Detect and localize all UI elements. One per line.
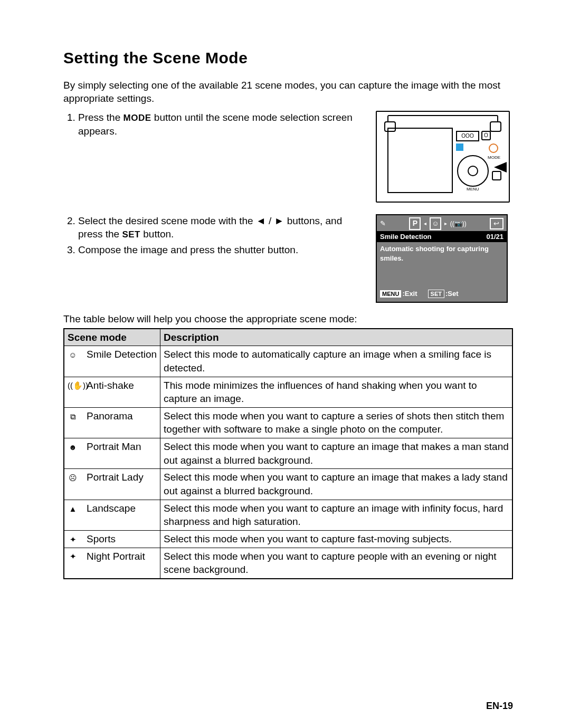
scene-mode-icon: ⧉ [68, 411, 78, 422]
scene-mode-icon: ☺ [68, 350, 78, 360]
camera-side-button-icon [492, 171, 501, 180]
dpad-icon [457, 155, 489, 187]
lcd-menu-button: MENU [380, 290, 401, 298]
camera-diagram: OOO O MODE MENU [376, 111, 510, 203]
scene-mode-description: Select this mode when you want to captur… [160, 530, 512, 548]
scene-mode-name: Night Portrait [83, 548, 160, 579]
scene-mode-icon: ((✋)) [68, 380, 78, 391]
col-scene-mode: Scene mode [64, 329, 160, 346]
anti-shake-icon: ((📷)) [450, 219, 467, 228]
step-2-text-a: Select the desired scene mode with the [78, 215, 256, 226]
camera-menu-label: MENU [467, 187, 479, 193]
step-1-block: Press the MODE button until the scene mo… [63, 111, 513, 212]
scene-mode-icon: ▲ [68, 504, 78, 514]
scene-mode-name: Anti-shake [83, 377, 160, 407]
leaf-icon: ✎ [380, 219, 386, 228]
return-icon: ↩ [490, 218, 504, 229]
step-2-text-c: button. [140, 228, 174, 240]
scene-mode-name: Landscape [83, 500, 160, 530]
lcd-mode-counter: 01/21 [486, 232, 504, 242]
scene-mode-icon-cell: ☹ [64, 469, 83, 500]
step-1-text-a: Press the [78, 112, 124, 123]
table-row: ☺Smile DetectionSelect this mode to auto… [64, 346, 512, 377]
scene-mode-icon: ✦ [68, 551, 78, 562]
table-row: ✦Night PortraitSelect this mode when you… [64, 548, 512, 579]
scene-mode-icon-cell: ((✋)) [64, 377, 83, 407]
scene-mode-name: Panorama [83, 407, 160, 438]
lcd-set-button: SET [428, 290, 444, 298]
scene-mode-table: Scene mode Description ☺Smile DetectionS… [63, 328, 513, 579]
scene-mode-name: Sports [83, 530, 160, 548]
scene-mode-description: This mode minimizes the influences of ha… [160, 377, 512, 407]
lcd-menu-label: :Exit [402, 290, 417, 298]
scene-mode-icon-cell: ✦ [64, 548, 83, 579]
orange-circle-icon [489, 143, 498, 153]
col-description: Description [160, 329, 512, 346]
scene-mode-description: Select this mode when you want to captur… [160, 407, 512, 438]
scene-mode-icon-cell: ☺ [64, 346, 83, 377]
scene-mode-description: Select this mode when you want to captur… [160, 438, 512, 469]
lcd-screenshot: ✎ P ◂ ☺ ▸ ((📷)) ↩ Smile Detection 01/21 … [376, 214, 508, 303]
p-mode-icon: P [409, 217, 421, 230]
scene-mode-name: Smile Detection [83, 346, 160, 377]
table-row: ☹Portrait LadySelect this mode when you … [64, 469, 512, 500]
step-3: Compose the image and press the shutter … [78, 243, 365, 257]
table-intro: The table below will help you choose the… [63, 312, 513, 326]
left-right-arrow-icon: ◄ / ► [256, 215, 284, 226]
intro-paragraph: By simply selecting one of the available… [63, 79, 513, 106]
table-row: ✦SportsSelect this mode when you want to… [64, 530, 512, 548]
scene-mode-icon-cell: ⧉ [64, 407, 83, 438]
table-row: ☻Portrait ManSelect this mode when you w… [64, 438, 512, 469]
scene-mode-description: Select this mode when you want to captur… [160, 500, 512, 530]
step-2-3-block: Select the desired scene mode with the ◄… [63, 214, 513, 303]
step-1: Press the MODE button until the scene mo… [78, 111, 365, 138]
scene-mode-icon: ☻ [68, 442, 78, 453]
camera-dot: O [481, 131, 491, 140]
scene-mode-description: Select this mode when you want to captur… [160, 548, 512, 579]
set-button-label: SET [122, 229, 140, 240]
scene-mode-icon-cell: ☻ [64, 438, 83, 469]
lcd-mode-title: Smile Detection [380, 232, 432, 242]
scene-mode-icon: ☹ [68, 473, 78, 483]
page-number: EN-19 [486, 700, 513, 712]
blue-square-icon [456, 143, 463, 151]
lcd-set-label: :Set [445, 290, 459, 298]
scene-mode-name: Portrait Man [83, 438, 160, 469]
smile-mode-icon: ☺ [430, 217, 441, 230]
step-2: Select the desired scene mode with the ◄… [78, 214, 365, 242]
scene-mode-icon: ✦ [68, 534, 78, 545]
table-row: ⧉PanoramaSelect this mode when you want … [64, 407, 512, 438]
mode-button-label: MODE [124, 113, 151, 123]
scene-mode-icon-cell: ▲ [64, 500, 83, 530]
scene-mode-icon-cell: ✦ [64, 530, 83, 548]
left-triangle-icon: ◂ [424, 220, 426, 227]
table-row: ▲LandscapeSelect this mode when you want… [64, 500, 512, 530]
manual-page: Setting the Scene Mode By simply selecti… [0, 0, 570, 728]
scene-mode-description: Select this mode when you want to captur… [160, 469, 512, 500]
camera-mode-label: MODE [488, 155, 500, 161]
lcd-mode-description: Automatic shooting for capturing smiles. [377, 242, 507, 287]
scene-mode-name: Portrait Lady [83, 469, 160, 500]
camera-badge: OOO [456, 131, 479, 141]
table-row: ((✋))Anti-shakeThis mode minimizes the i… [64, 377, 512, 407]
right-triangle-icon: ▸ [444, 220, 447, 227]
scene-mode-description: Select this mode to automatically captur… [160, 346, 512, 377]
page-heading: Setting the Scene Mode [63, 47, 513, 69]
